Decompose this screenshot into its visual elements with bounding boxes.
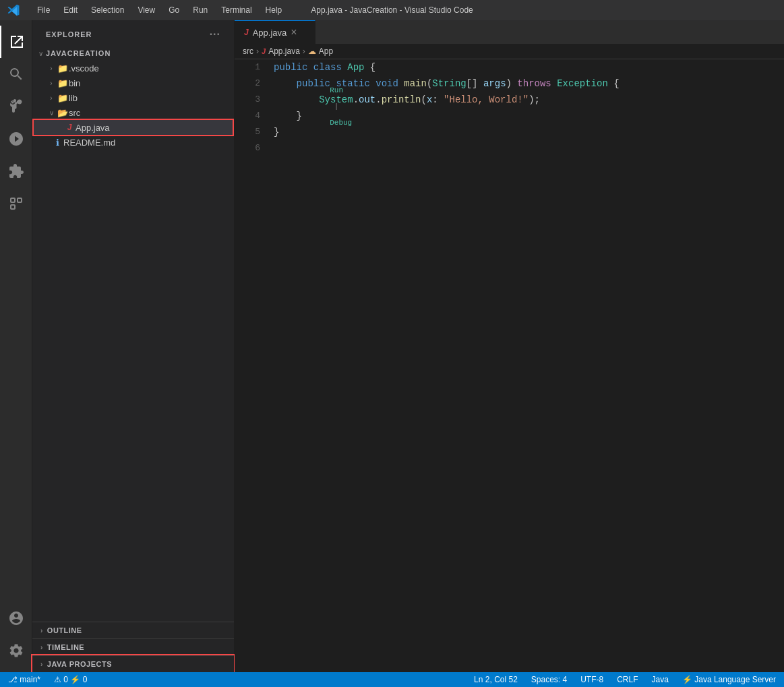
code-line-3: System.out.println(x: "Hello, World!"); (274, 92, 784, 108)
status-eol[interactable]: CRLF (614, 675, 640, 684)
menu-run[interactable]: Run (186, 3, 214, 18)
sidebar-panel-javaprojects[interactable]: › JAVA PROJECTS (32, 655, 234, 672)
status-right: Ln 2, Col 52 Spaces: 4 UTF-8 CRLF Java ⚡… (471, 675, 779, 684)
status-java-server[interactable]: ⚡ Java Language Server (680, 675, 779, 684)
breadcrumb-src[interactable]: src (243, 47, 253, 56)
status-branch[interactable]: ⎇ main* (5, 675, 43, 684)
tree-vscode-label: .vscode (69, 63, 99, 73)
sidebar-panel-outline[interactable]: › OUTLINE (32, 622, 234, 638)
sidebar-header-actions[interactable]: ··· (210, 28, 220, 40)
menu-bar: File Edit Selection View Go Run Terminal… (30, 3, 289, 18)
tab-appjava[interactable]: J App.java × (235, 20, 315, 44)
folder-icon-src: 📂 (57, 108, 69, 118)
status-language[interactable]: Java (649, 675, 671, 684)
tree-appjava[interactable]: J App.java (34, 120, 233, 135)
tab-java-icon: J (244, 28, 249, 37)
status-position[interactable]: Ln 2, Col 52 (471, 675, 520, 684)
tree-bin[interactable]: › 📁 bin (32, 76, 234, 90)
code-line-5: } (274, 124, 784, 140)
activity-settings[interactable] (0, 634, 32, 667)
tree-readme[interactable]: ℹ README.md (32, 135, 234, 150)
activity-account[interactable] (0, 602, 32, 634)
activity-test[interactable] (0, 187, 32, 220)
tree-appjava-label: App.java (76, 123, 110, 133)
code-editor: 1 2 3 4 5 6 public class App { Run | (235, 59, 784, 672)
tab-bar: J App.java × (235, 20, 784, 44)
tree-src-label: src (69, 108, 80, 118)
activity-run-debug[interactable] (0, 123, 32, 155)
timeline-arrow: › (40, 644, 43, 651)
outline-arrow: › (40, 627, 43, 634)
breadcrumb-appjava[interactable]: J App.java (262, 47, 300, 56)
activity-source-control[interactable] (0, 90, 32, 123)
file-tree: ∨ JAVACREATION › 📁 .vscode › 📁 bin › (32, 46, 234, 622)
folder-icon-bin: 📁 (57, 78, 69, 88)
folder-icon-lib: 📁 (57, 93, 69, 103)
tree-lib[interactable]: › 📁 lib (32, 90, 234, 105)
javaprojects-label: JAVA PROJECTS (47, 660, 112, 668)
menu-edit[interactable]: Edit (57, 3, 84, 18)
menu-view[interactable]: View (131, 3, 162, 18)
sidebar-header: Explorer ··· (32, 20, 234, 46)
sidebar-panel-timeline[interactable]: › TIMELINE (32, 638, 234, 655)
status-left: ⎇ main* ⚠ 0 ⚡ 0 (5, 675, 90, 684)
menu-help[interactable]: Help (259, 3, 289, 18)
activity-explorer[interactable] (0, 26, 32, 58)
breadcrumb: src › J App.java › ☁ App (235, 44, 784, 59)
activity-search[interactable] (0, 58, 32, 90)
status-encoding[interactable]: UTF-8 (578, 675, 606, 684)
code-content[interactable]: public class App { Run | Debug 💡 public … (268, 59, 784, 672)
activity-extensions[interactable] (0, 155, 32, 187)
editor-area: J App.java × src › J App.java › ☁ App 1 … (235, 20, 784, 672)
tree-lib-label: lib (69, 93, 78, 103)
bulb-icon[interactable]: 💡 (268, 76, 270, 92)
tree-vscode[interactable]: › 📁 .vscode (32, 61, 234, 76)
java-icon-appjava: J (63, 123, 76, 132)
outline-label: OUTLINE (47, 626, 82, 634)
tree-root-label: JAVACREATION (46, 49, 111, 57)
status-bar: ⎇ main* ⚠ 0 ⚡ 0 Ln 2, Col 52 Spaces: 4 U… (0, 672, 784, 687)
tab-close-button[interactable]: × (291, 27, 297, 38)
breadcrumb-app-class[interactable]: ☁ App (308, 47, 333, 56)
status-spaces[interactable]: Spaces: 4 (529, 675, 570, 684)
sidebar-bottom: › OUTLINE › TIMELINE › JAVA PROJECTS (32, 622, 234, 672)
code-line-2: Run | Debug 💡 public static void main(St… (274, 76, 784, 92)
menu-go[interactable]: Go (162, 3, 186, 18)
window-title: App.java - JavaCreation - Visual Studio … (311, 5, 473, 15)
sidebar: Explorer ··· ∨ JAVACREATION › 📁 .vscode … (32, 20, 235, 672)
tree-root[interactable]: ∨ JAVACREATION (32, 46, 234, 61)
javaprojects-arrow: › (40, 661, 43, 668)
tree-bin-label: bin (69, 78, 80, 88)
tab-label: App.java (253, 28, 287, 38)
folder-icon-vscode: 📁 (57, 63, 69, 73)
menu-terminal[interactable]: Terminal (214, 3, 258, 18)
tree-readme-label: README.md (63, 138, 115, 148)
root-arrow: ∨ (35, 50, 46, 57)
main-container: Explorer ··· ∨ JAVACREATION › 📁 .vscode … (0, 20, 784, 672)
menu-selection[interactable]: Selection (84, 3, 131, 18)
tree-src[interactable]: ∨ 📂 src (32, 105, 234, 120)
title-bar: File Edit Selection View Go Run Terminal… (0, 0, 784, 20)
code-line-6 (274, 140, 784, 156)
activity-bar (0, 20, 32, 672)
line-numbers: 1 2 3 4 5 6 (235, 59, 268, 672)
timeline-label: TIMELINE (47, 643, 84, 651)
status-errors[interactable]: ⚠ 0 ⚡ 0 (51, 675, 90, 684)
info-icon-readme: ℹ (51, 138, 63, 148)
code-line-4: } (274, 108, 784, 124)
vscode-logo (7, 3, 26, 17)
menu-file[interactable]: File (30, 3, 57, 18)
